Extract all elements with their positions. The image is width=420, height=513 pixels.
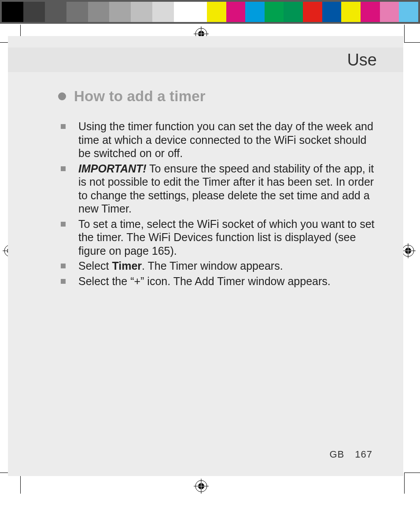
color-swatch [284, 2, 303, 22]
timer-label: Timer [112, 260, 142, 272]
list-item: Using the timer function you can set the… [58, 120, 377, 160]
important-label: IMPORTANT! [78, 162, 147, 175]
crop-mark [404, 42, 420, 43]
color-swatch [226, 2, 246, 22]
crop-mark [404, 25, 405, 42]
list-item-text: Select [78, 260, 112, 272]
color-swatch [23, 2, 45, 22]
color-swatch [380, 2, 399, 22]
section-header: Use [8, 48, 403, 72]
list-item: To set a time, select the WiFi socket of… [58, 217, 377, 258]
color-swatch [399, 2, 418, 22]
list-item-text: Select the “+” icon. The Add Timer windo… [78, 275, 331, 287]
list-item: Select the “+” icon. The Add Timer windo… [58, 275, 377, 288]
section-title: How to add a timer [74, 88, 206, 105]
color-swatch [207, 2, 226, 22]
footer-language: GB [329, 449, 344, 460]
page-sheet: Use How to add a timer Using the timer f… [8, 36, 403, 476]
color-swatch [303, 2, 322, 22]
color-swatch [152, 2, 174, 22]
color-swatch [174, 2, 195, 22]
color-swatch [265, 2, 284, 22]
color-swatch [131, 2, 152, 22]
color-swatch [322, 2, 342, 22]
color-swatch [2, 2, 23, 22]
color-swatch [361, 2, 380, 22]
printer-color-bar [0, 0, 420, 24]
section-header-title: Use [347, 51, 377, 70]
list-item-text: . The Timer window appears. [142, 260, 283, 272]
color-swatch [341, 2, 361, 22]
list-item: Select Timer. The Timer window appears. [58, 259, 377, 273]
footer-page-number: 167 [355, 449, 372, 460]
color-swatch [45, 2, 66, 22]
page-footer: GB167 [329, 449, 372, 460]
list-item: IMPORTANT! To ensure the speed and stabi… [58, 162, 377, 216]
crop-mark [404, 473, 405, 494]
color-swatch [245, 2, 265, 22]
color-swatch [88, 2, 110, 22]
list-item-text: To set a time, select the WiFi socket of… [78, 218, 375, 257]
section-title-row: How to add a timer [58, 88, 206, 105]
color-swatch [109, 2, 131, 22]
registration-mark-icon [194, 479, 209, 494]
color-swatch [66, 2, 88, 22]
color-bar-gap [195, 2, 207, 22]
list-item-text: Using the timer function you can set the… [78, 120, 373, 159]
content-area: Using the timer function you can set the… [58, 120, 377, 289]
crop-mark [404, 473, 420, 473]
bullet-icon [58, 92, 66, 100]
